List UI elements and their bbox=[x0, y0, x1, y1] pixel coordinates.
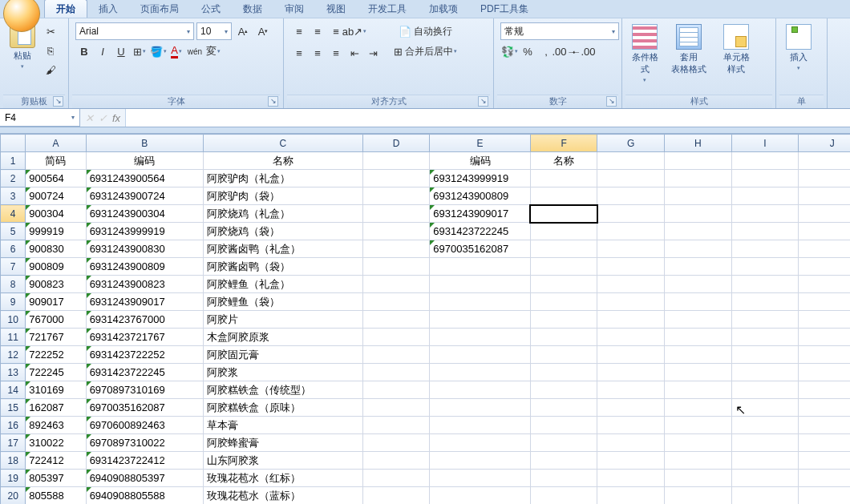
cell-D15[interactable] bbox=[362, 399, 430, 417]
cell-G11[interactable] bbox=[597, 329, 665, 346]
cell-styles-button[interactable]: 单元格 样式 bbox=[714, 22, 759, 77]
cell-C13[interactable]: 阿胶浆 bbox=[204, 364, 363, 381]
cell-H7[interactable] bbox=[665, 258, 732, 276]
cell-D6[interactable] bbox=[362, 240, 430, 258]
cell-D13[interactable] bbox=[362, 364, 430, 381]
cell-G8[interactable] bbox=[597, 276, 665, 293]
col-header-A[interactable]: A bbox=[26, 135, 86, 152]
cell-A2[interactable]: 900564 bbox=[26, 170, 86, 187]
cell-B8[interactable]: 6931243900823 bbox=[86, 276, 203, 293]
cell-B9[interactable]: 6931243909017 bbox=[86, 293, 203, 311]
fill-color-button[interactable]: 🪣 bbox=[149, 42, 167, 60]
dialog-launcher[interactable]: ↘ bbox=[606, 96, 617, 107]
cell-H10[interactable] bbox=[665, 311, 732, 329]
cell-G14[interactable] bbox=[597, 381, 665, 399]
col-header-B[interactable]: B bbox=[86, 135, 203, 152]
cell-A9[interactable]: 909017 bbox=[26, 293, 86, 311]
cell-J12[interactable] bbox=[799, 346, 850, 364]
tab-视图[interactable]: 视图 bbox=[315, 0, 357, 18]
cell-C1[interactable]: 名称 bbox=[204, 152, 363, 170]
cell-E8[interactable] bbox=[430, 276, 530, 293]
cell-H12[interactable] bbox=[665, 346, 732, 364]
tab-PDF工具集[interactable]: PDF工具集 bbox=[469, 0, 540, 18]
cell-H1[interactable] bbox=[665, 152, 732, 170]
cell-J4[interactable] bbox=[799, 205, 850, 223]
cell-C6[interactable]: 阿胶酱卤鸭（礼盒） bbox=[204, 240, 363, 258]
cell-J16[interactable] bbox=[799, 417, 850, 434]
cell-I2[interactable] bbox=[731, 170, 799, 187]
align-middle-button[interactable]: ≡ bbox=[309, 22, 326, 40]
col-header-G[interactable]: G bbox=[597, 135, 665, 152]
cell-I7[interactable] bbox=[731, 258, 799, 276]
cell-E16[interactable] bbox=[430, 417, 530, 434]
row-header-11[interactable]: 11 bbox=[1, 329, 26, 346]
cell-B4[interactable]: 6931243900304 bbox=[86, 205, 203, 223]
cell-H2[interactable] bbox=[665, 170, 732, 187]
cell-I3[interactable] bbox=[731, 187, 799, 205]
cell-E6[interactable]: 6970035162087 bbox=[430, 240, 530, 258]
cell-H6[interactable] bbox=[665, 240, 732, 258]
row-header-1[interactable]: 1 bbox=[1, 152, 26, 170]
cell-J1[interactable] bbox=[799, 152, 850, 170]
font-color-button[interactable]: A bbox=[168, 42, 185, 60]
row-header-3[interactable]: 3 bbox=[1, 187, 26, 205]
cell-C20[interactable]: 玫瑰花苞水（蓝标） bbox=[204, 487, 363, 505]
cell-I20[interactable] bbox=[731, 487, 799, 505]
cell-A6[interactable]: 900830 bbox=[26, 240, 86, 258]
row-header-17[interactable]: 17 bbox=[1, 434, 26, 452]
orientation-button[interactable]: ab↗ bbox=[346, 22, 363, 40]
cell-J15[interactable] bbox=[799, 399, 850, 417]
cell-F3[interactable] bbox=[530, 187, 597, 205]
cell-G5[interactable] bbox=[597, 223, 665, 240]
cell-B5[interactable]: 6931243999919 bbox=[86, 223, 203, 240]
cell-H5[interactable] bbox=[665, 223, 732, 240]
cell-J19[interactable] bbox=[799, 470, 850, 487]
cell-C17[interactable]: 阿胶蜂蜜膏 bbox=[204, 434, 363, 452]
cell-D11[interactable] bbox=[362, 329, 430, 346]
align-center-button[interactable]: ≡ bbox=[309, 44, 326, 62]
col-header-J[interactable]: J bbox=[799, 135, 850, 152]
cell-I9[interactable] bbox=[731, 293, 799, 311]
cell-B6[interactable]: 6931243900830 bbox=[86, 240, 203, 258]
cell-I19[interactable] bbox=[731, 470, 799, 487]
align-right-button[interactable]: ≡ bbox=[327, 44, 345, 62]
cell-E14[interactable] bbox=[430, 381, 530, 399]
cell-E7[interactable] bbox=[430, 258, 530, 276]
cell-D4[interactable] bbox=[362, 205, 430, 223]
cell-G1[interactable] bbox=[597, 152, 665, 170]
dec-decimal-button[interactable]: ←.00 bbox=[574, 42, 592, 60]
indent-dec-button[interactable]: ⇤ bbox=[346, 44, 363, 62]
cell-C8[interactable]: 阿胶鲤鱼（礼盒） bbox=[204, 276, 363, 293]
cell-I10[interactable] bbox=[731, 311, 799, 329]
row-header-15[interactable]: 15 bbox=[1, 399, 26, 417]
cell-A1[interactable]: 简码 bbox=[26, 152, 86, 170]
cell-J5[interactable] bbox=[799, 223, 850, 240]
cell-C2[interactable]: 阿胶驴肉（礼盒） bbox=[204, 170, 363, 187]
cell-J17[interactable] bbox=[799, 434, 850, 452]
cell-G2[interactable] bbox=[597, 170, 665, 187]
cell-J18[interactable] bbox=[799, 452, 850, 470]
cell-E20[interactable] bbox=[430, 487, 530, 505]
cell-I16[interactable] bbox=[731, 417, 799, 434]
cell-E17[interactable] bbox=[430, 434, 530, 452]
cell-E5[interactable]: 6931423722245 bbox=[430, 223, 530, 240]
cell-D12[interactable] bbox=[362, 346, 430, 364]
font-size-combo[interactable]: 10▾ bbox=[196, 22, 232, 40]
cell-J11[interactable] bbox=[799, 329, 850, 346]
cell-J20[interactable] bbox=[799, 487, 850, 505]
percent-button[interactable]: % bbox=[519, 42, 536, 60]
cell-D19[interactable] bbox=[362, 470, 430, 487]
cell-D7[interactable] bbox=[362, 258, 430, 276]
cell-D5[interactable] bbox=[362, 223, 430, 240]
cell-I8[interactable] bbox=[731, 276, 799, 293]
cell-B1[interactable]: 编码 bbox=[86, 152, 203, 170]
cell-A10[interactable]: 767000 bbox=[26, 311, 86, 329]
cell-E18[interactable] bbox=[430, 452, 530, 470]
italic-button[interactable]: I bbox=[94, 42, 111, 60]
cell-F7[interactable] bbox=[530, 258, 597, 276]
cell-D9[interactable] bbox=[362, 293, 430, 311]
cell-D10[interactable] bbox=[362, 311, 430, 329]
cell-F13[interactable] bbox=[530, 364, 597, 381]
number-format-combo[interactable]: 常规▾ bbox=[500, 22, 619, 40]
format-painter-button[interactable]: 🖌 bbox=[42, 61, 59, 79]
